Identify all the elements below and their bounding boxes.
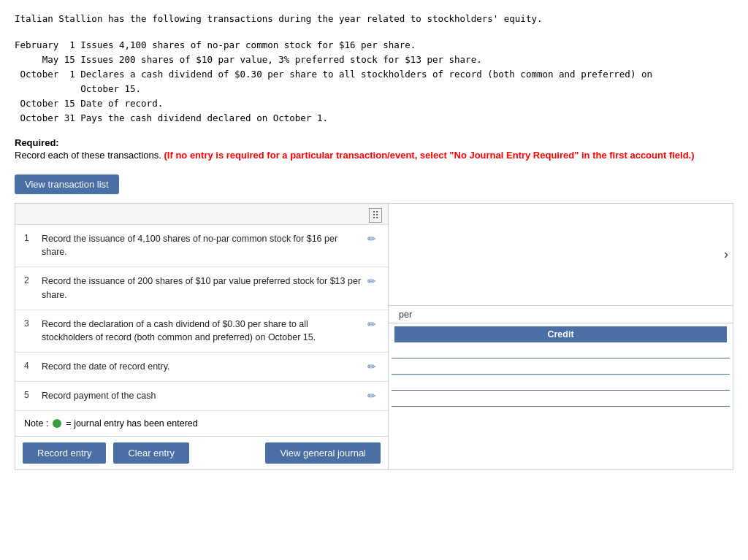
- edit-icon-2[interactable]: ✏: [367, 275, 381, 287]
- view-general-journal-button[interactable]: View general journal: [265, 442, 381, 464]
- required-text-before: Record each of these transactions.: [15, 150, 164, 161]
- transaction-num-3: 3: [24, 318, 36, 329]
- edit-icon-4[interactable]: ✏: [367, 360, 381, 372]
- note-suffix: = journal entry has been entered: [66, 418, 197, 429]
- credit-input-4[interactable]: [392, 391, 730, 407]
- grid-icon[interactable]: ⠿: [369, 208, 382, 223]
- record-entry-button[interactable]: Record entry: [23, 442, 106, 464]
- table-row: 2 Record the issuance of 200 shares of $…: [15, 267, 388, 310]
- credit-input-2[interactable]: [392, 358, 730, 375]
- transaction-desc-1: Record the issuance of 4,100 shares of n…: [42, 232, 362, 260]
- right-panel: › per Credit: [388, 204, 733, 469]
- chevron-right-icon[interactable]: ›: [724, 247, 728, 262]
- transaction-desc-5: Record payment of the cash: [42, 389, 362, 403]
- transaction-num-1: 1: [24, 232, 36, 243]
- transaction-num-5: 5: [24, 389, 36, 400]
- edit-icon-3[interactable]: ✏: [367, 318, 381, 330]
- intro-title: Italian Stallion has the following trans…: [15, 12, 733, 26]
- per-row: per: [389, 306, 733, 323]
- table-row: 3 Record the declaration of a cash divid…: [15, 310, 388, 353]
- right-top-section: ›: [389, 204, 733, 306]
- table-row: 5 Record payment of the cash ✏: [15, 382, 388, 411]
- intro-transactions: February 1 Issues 4,100 shares of no-par…: [15, 38, 733, 126]
- required-instruction: Record each of these transactions. (If n…: [15, 148, 733, 163]
- transaction-list: 1 Record the issuance of 4,100 shares of…: [15, 225, 388, 411]
- note-row: Note : = journal entry has been entered: [15, 411, 388, 436]
- per-label: per: [394, 307, 416, 323]
- transaction-list-panel: ⠿ 1 Record the issuance of 4,100 shares …: [15, 204, 388, 469]
- transaction-num-2: 2: [24, 275, 36, 285]
- edit-icon-1[interactable]: ✏: [367, 232, 381, 245]
- credit-inputs: [392, 342, 730, 407]
- credit-section: Credit: [389, 323, 733, 410]
- edit-icon-5[interactable]: ✏: [367, 389, 381, 402]
- bottom-buttons: Record entry Clear entry View general jo…: [15, 436, 388, 469]
- transaction-desc-3: Record the declaration of a cash dividen…: [42, 318, 362, 345]
- clear-entry-button[interactable]: Clear entry: [113, 442, 189, 464]
- credit-header: Credit: [394, 326, 727, 342]
- transaction-desc-2: Record the issuance of 200 shares of $10…: [42, 275, 362, 302]
- panel-header: ⠿: [15, 204, 388, 225]
- required-label: Required:: [15, 137, 733, 148]
- green-dot-icon: [53, 419, 61, 428]
- required-highlighted: (If no entry is required for a particula…: [164, 150, 695, 161]
- transaction-desc-4: Record the date of record entry.: [42, 360, 362, 374]
- credit-input-3[interactable]: [392, 375, 730, 391]
- view-transaction-button[interactable]: View transaction list: [15, 174, 119, 194]
- transaction-num-4: 4: [24, 360, 36, 371]
- main-panel: ⠿ 1 Record the issuance of 4,100 shares …: [15, 203, 733, 470]
- table-row: 4 Record the date of record entry. ✏: [15, 353, 388, 382]
- note-prefix: Note :: [24, 418, 48, 429]
- credit-input-1[interactable]: [392, 342, 730, 358]
- required-heading: Required:: [15, 137, 59, 148]
- table-row: 1 Record the issuance of 4,100 shares of…: [15, 225, 388, 268]
